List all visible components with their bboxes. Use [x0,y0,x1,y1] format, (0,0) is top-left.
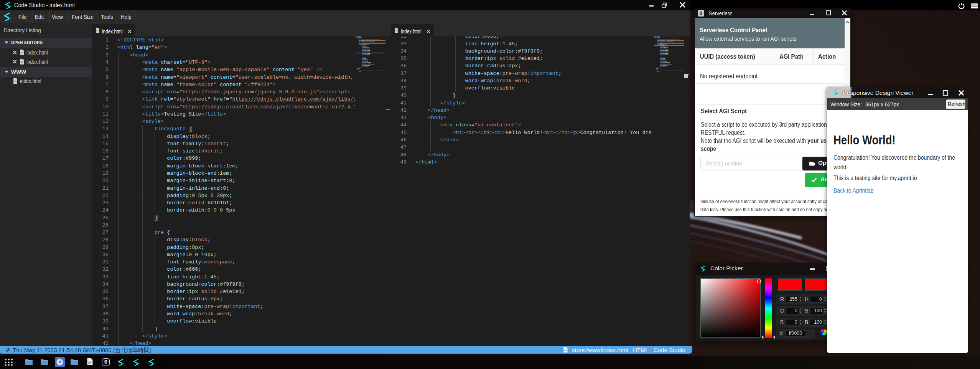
svg-text:<>: <> [14,80,17,83]
svg-text:<>: <> [20,51,23,54]
svg-text:<>: <> [20,61,23,63]
svg-text:<>: <> [96,29,99,32]
svg-text:</>: </> [564,349,568,352]
svg-text:<>: <> [395,29,398,32]
